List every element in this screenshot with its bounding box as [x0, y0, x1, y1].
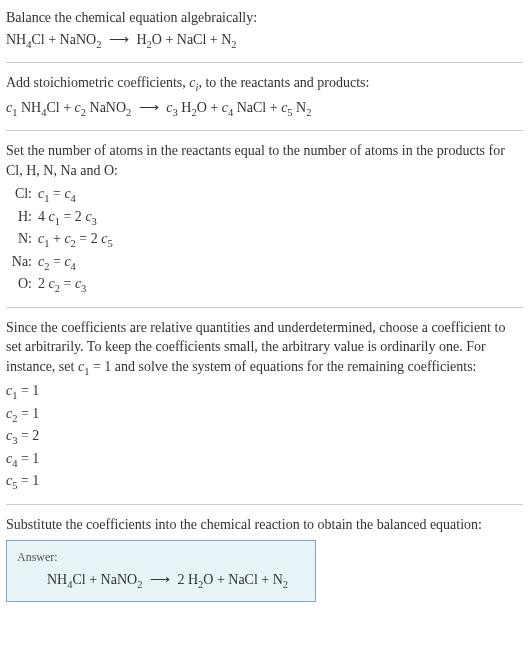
reaction-arrow: ⟶: [105, 32, 133, 47]
solve-intro: Since the coefficients are relative quan…: [6, 318, 523, 380]
atom-eq-cl: c1 = c4: [38, 184, 76, 206]
substitute-section: Substitute the coefficients into the che…: [6, 515, 523, 602]
stoich-intro: Add stoichiometric coefficients, ci, to …: [6, 73, 523, 95]
atom-eq-o: 2 c2 = c3: [38, 274, 86, 296]
atom-label-h: H:: [10, 207, 38, 227]
answer-label: Answer:: [17, 549, 305, 566]
atoms-intro: Set the number of atoms in the reactants…: [6, 141, 523, 180]
coefficient-solutions: c1 = 1 c2 = 1 c3 = 2 c4 = 1 c5 = 1: [6, 381, 523, 493]
atom-label-na: Na:: [10, 252, 38, 272]
atom-eq-na: c2 = c4: [38, 252, 76, 274]
solve-section: Since the coefficients are relative quan…: [6, 318, 523, 494]
stoich-equation: c1 NH4Cl + c2 NaNO2 ⟶ c3 H2O + c4 NaCl +…: [6, 98, 523, 120]
atom-equations-table: Cl: c1 = c4 H: 4 c1 = 2 c3 N: c1 + c2 = …: [10, 184, 523, 296]
divider: [6, 62, 523, 63]
answer-box: Answer: NH4Cl + NaNO2 ⟶ 2 H2O + NaCl + N…: [6, 540, 316, 601]
reaction-arrow: ⟶: [135, 100, 163, 115]
header-section: Balance the chemical equation algebraica…: [6, 8, 523, 52]
atom-label-cl: Cl:: [10, 184, 38, 204]
balanced-equation: NH4Cl + NaNO2 ⟶ 2 H2O + NaCl + N2: [17, 570, 305, 592]
table-row: H: 4 c1 = 2 c3: [10, 207, 523, 229]
atom-label-n: N:: [10, 229, 38, 249]
coef-line-1: c1 = 1: [6, 381, 523, 403]
divider: [6, 130, 523, 131]
table-row: O: 2 c2 = c3: [10, 274, 523, 296]
atom-eq-h: 4 c1 = 2 c3: [38, 207, 97, 229]
table-row: Cl: c1 = c4: [10, 184, 523, 206]
stoichiometric-section: Add stoichiometric coefficients, ci, to …: [6, 73, 523, 120]
eq-lhs: NH4Cl + NaNO2: [6, 32, 101, 47]
coef-line-3: c3 = 2: [6, 426, 523, 448]
table-row: Na: c2 = c4: [10, 252, 523, 274]
atom-balance-section: Set the number of atoms in the reactants…: [6, 141, 523, 297]
atom-label-o: O:: [10, 274, 38, 294]
unbalanced-equation: NH4Cl + NaNO2 ⟶ H2O + NaCl + N2: [6, 30, 523, 52]
answer-rhs: 2 H2O + NaCl + N2: [177, 572, 288, 587]
coef-line-5: c5 = 1: [6, 471, 523, 493]
coef-line-2: c2 = 1: [6, 404, 523, 426]
answer-lhs: NH4Cl + NaNO2: [47, 572, 142, 587]
divider: [6, 504, 523, 505]
divider: [6, 307, 523, 308]
coef-line-4: c4 = 1: [6, 449, 523, 471]
eq-rhs: H2O + NaCl + N2: [136, 32, 236, 47]
substitute-intro: Substitute the coefficients into the che…: [6, 515, 523, 535]
atom-eq-n: c1 + c2 = 2 c5: [38, 229, 113, 251]
table-row: N: c1 + c2 = 2 c5: [10, 229, 523, 251]
balance-prompt: Balance the chemical equation algebraica…: [6, 8, 523, 28]
reaction-arrow: ⟶: [146, 572, 174, 587]
